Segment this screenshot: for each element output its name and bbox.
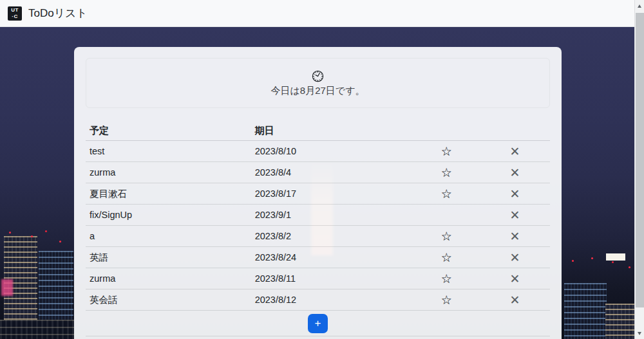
star-icon[interactable]: ☆ bbox=[441, 231, 452, 242]
delete-icon[interactable]: ✕ bbox=[510, 230, 520, 243]
todo-task: 夏目漱石 bbox=[86, 188, 251, 200]
star-icon[interactable]: ☆ bbox=[441, 295, 452, 306]
todo-task: zurma bbox=[86, 273, 251, 284]
todo-row: zurma 2023/8/4 ☆ ✕ bbox=[86, 162, 550, 183]
delete-icon[interactable]: ✕ bbox=[510, 273, 520, 285]
todo-card: 今日は8月27日です。 予定 期日 test 2023/8/10 ☆ ✕ zur… bbox=[74, 47, 562, 339]
star-icon[interactable]: ☆ bbox=[441, 273, 452, 284]
clock-icon bbox=[311, 69, 325, 83]
star-icon[interactable]: ☆ bbox=[441, 146, 452, 157]
add-todo-button[interactable]: + bbox=[308, 314, 328, 333]
building bbox=[0, 320, 74, 339]
todo-row: fix/SignUp 2023/9/1 ☆ ✕ bbox=[86, 205, 550, 226]
todo-task: 英会話 bbox=[86, 294, 251, 306]
todo-row: 夏目漱石 2023/8/17 ☆ ✕ bbox=[86, 183, 550, 205]
app-logo-icon: UT ·C bbox=[8, 6, 22, 21]
neon-sign-pink bbox=[1, 279, 13, 296]
logo-line2: ·C bbox=[12, 14, 17, 20]
warning-lights bbox=[9, 232, 11, 234]
todo-row: 英会話 2023/8/12 ☆ ✕ bbox=[86, 289, 550, 311]
todo-task: 英語 bbox=[86, 252, 251, 264]
today-date-message: 今日は8月27日です。 bbox=[270, 85, 365, 97]
scroll-up-arrow-icon[interactable] bbox=[638, 5, 641, 8]
table-header-row: 予定 期日 bbox=[86, 121, 550, 141]
todo-table: 予定 期日 test 2023/8/10 ☆ ✕ zurma 2023/8/4 … bbox=[86, 121, 550, 336]
todo-due-date: 2023/8/11 bbox=[251, 273, 413, 284]
todo-task: a bbox=[86, 231, 251, 241]
app-title: ToDoリスト bbox=[28, 6, 88, 21]
billboard-white bbox=[606, 253, 625, 261]
todo-row: test 2023/8/10 ☆ ✕ bbox=[86, 141, 550, 162]
star-icon[interactable]: ☆ bbox=[441, 188, 452, 199]
star-icon[interactable]: ☆ bbox=[441, 252, 452, 263]
todo-row: 英語 2023/8/24 ☆ ✕ bbox=[86, 247, 550, 268]
building bbox=[564, 283, 607, 339]
warning-lights bbox=[572, 260, 574, 262]
todo-task: zurma bbox=[86, 167, 251, 178]
todo-due-date: 2023/8/17 bbox=[251, 188, 413, 199]
todo-task: fix/SignUp bbox=[86, 210, 251, 220]
date-info-box: 今日は8月27日です。 bbox=[86, 58, 550, 108]
todo-due-date: 2023/8/2 bbox=[251, 231, 413, 241]
add-row: + bbox=[86, 311, 550, 336]
scroll-down-arrow-icon[interactable] bbox=[638, 332, 641, 335]
delete-icon[interactable]: ✕ bbox=[510, 294, 520, 306]
todo-table-body: test 2023/8/10 ☆ ✕ zurma 2023/8/4 ☆ ✕ 夏目… bbox=[86, 141, 550, 311]
todo-task: test bbox=[86, 146, 251, 156]
logo-line1: UT bbox=[11, 7, 19, 14]
building bbox=[605, 304, 635, 339]
navbar: UT ·C ToDoリスト bbox=[0, 0, 644, 27]
todo-row: a 2023/8/2 ☆ ✕ bbox=[86, 226, 550, 247]
delete-icon[interactable]: ✕ bbox=[510, 167, 520, 179]
vertical-scrollbar[interactable] bbox=[634, 0, 644, 339]
todo-due-date: 2023/8/12 bbox=[251, 295, 413, 305]
star-icon[interactable]: ☆ bbox=[441, 167, 452, 178]
todo-row: zurma 2023/8/11 ☆ ✕ bbox=[86, 268, 550, 289]
todo-due-date: 2023/9/1 bbox=[251, 210, 413, 220]
header-task: 予定 bbox=[86, 125, 251, 137]
todo-due-date: 2023/8/10 bbox=[251, 146, 413, 156]
scrollbar-thumb[interactable] bbox=[636, 13, 644, 307]
delete-icon[interactable]: ✕ bbox=[510, 145, 520, 158]
todo-due-date: 2023/8/4 bbox=[251, 167, 413, 178]
todo-due-date: 2023/8/24 bbox=[251, 252, 413, 262]
delete-icon[interactable]: ✕ bbox=[510, 252, 520, 264]
delete-icon[interactable]: ✕ bbox=[510, 188, 520, 200]
header-due: 期日 bbox=[251, 125, 413, 137]
delete-icon[interactable]: ✕ bbox=[510, 209, 520, 221]
